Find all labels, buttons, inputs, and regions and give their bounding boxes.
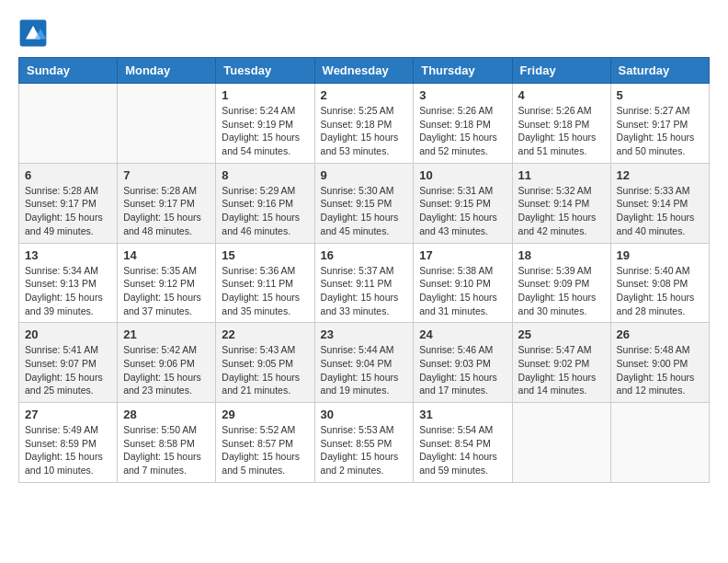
calendar-cell: 29Sunrise: 5:52 AMSunset: 8:57 PMDayligh… xyxy=(216,403,314,483)
day-info: Sunrise: 5:27 AMSunset: 9:17 PMDaylight:… xyxy=(617,104,703,158)
day-info: Sunrise: 5:38 AMSunset: 9:10 PMDaylight:… xyxy=(419,264,506,318)
calendar-cell: 16Sunrise: 5:37 AMSunset: 9:11 PMDayligh… xyxy=(314,243,414,323)
calendar-cell: 15Sunrise: 5:36 AMSunset: 9:11 PMDayligh… xyxy=(216,243,314,323)
calendar-cell xyxy=(512,403,610,483)
day-info: Sunrise: 5:32 AMSunset: 9:14 PMDaylight:… xyxy=(518,184,605,238)
day-number: 21 xyxy=(123,327,210,341)
day-number: 9 xyxy=(321,168,408,182)
weekday-header-tuesday: Tuesday xyxy=(216,58,314,84)
day-info: Sunrise: 5:26 AMSunset: 9:18 PMDaylight:… xyxy=(419,104,506,158)
calendar-cell xyxy=(19,84,118,164)
calendar-cell: 22Sunrise: 5:43 AMSunset: 9:05 PMDayligh… xyxy=(216,323,314,403)
day-info: Sunrise: 5:47 AMSunset: 9:02 PMDaylight:… xyxy=(518,343,605,397)
day-number: 1 xyxy=(222,88,308,102)
day-info: Sunrise: 5:33 AMSunset: 9:14 PMDaylight:… xyxy=(617,184,703,238)
calendar-cell: 3Sunrise: 5:26 AMSunset: 9:18 PMDaylight… xyxy=(414,84,512,164)
day-info: Sunrise: 5:30 AMSunset: 9:15 PMDaylight:… xyxy=(321,184,408,238)
day-info: Sunrise: 5:53 AMSunset: 8:55 PMDaylight:… xyxy=(321,423,408,477)
day-info: Sunrise: 5:26 AMSunset: 9:18 PMDaylight:… xyxy=(518,104,605,158)
day-number: 15 xyxy=(222,248,308,262)
weekday-header-row: SundayMondayTuesdayWednesdayThursdayFrid… xyxy=(19,58,710,84)
calendar-cell: 20Sunrise: 5:41 AMSunset: 9:07 PMDayligh… xyxy=(19,323,118,403)
day-info: Sunrise: 5:34 AMSunset: 9:13 PMDaylight:… xyxy=(25,264,111,318)
calendar-cell: 8Sunrise: 5:29 AMSunset: 9:16 PMDaylight… xyxy=(216,163,314,243)
day-info: Sunrise: 5:54 AMSunset: 8:54 PMDaylight:… xyxy=(419,423,506,477)
calendar-cell: 21Sunrise: 5:42 AMSunset: 9:06 PMDayligh… xyxy=(118,323,216,403)
calendar-week-row: 1Sunrise: 5:24 AMSunset: 9:19 PMDaylight… xyxy=(19,84,710,164)
calendar-cell: 13Sunrise: 5:34 AMSunset: 9:13 PMDayligh… xyxy=(19,243,118,323)
calendar-week-row: 13Sunrise: 5:34 AMSunset: 9:13 PMDayligh… xyxy=(19,243,710,323)
weekday-header-saturday: Saturday xyxy=(610,58,709,84)
calendar-cell: 23Sunrise: 5:44 AMSunset: 9:04 PMDayligh… xyxy=(314,323,414,403)
weekday-header-thursday: Thursday xyxy=(414,58,512,84)
calendar-cell: 27Sunrise: 5:49 AMSunset: 8:59 PMDayligh… xyxy=(19,403,118,483)
day-info: Sunrise: 5:41 AMSunset: 9:07 PMDaylight:… xyxy=(25,343,111,397)
day-number: 11 xyxy=(518,168,605,182)
calendar-cell: 11Sunrise: 5:32 AMSunset: 9:14 PMDayligh… xyxy=(512,163,610,243)
day-info: Sunrise: 5:35 AMSunset: 9:12 PMDaylight:… xyxy=(123,264,210,318)
day-info: Sunrise: 5:29 AMSunset: 9:16 PMDaylight:… xyxy=(222,184,308,238)
day-number: 27 xyxy=(25,408,111,421)
calendar-cell: 2Sunrise: 5:25 AMSunset: 9:18 PMDaylight… xyxy=(314,84,414,164)
day-info: Sunrise: 5:46 AMSunset: 9:03 PMDaylight:… xyxy=(419,343,506,397)
calendar-table: SundayMondayTuesdayWednesdayThursdayFrid… xyxy=(18,57,710,483)
day-number: 8 xyxy=(222,168,308,182)
day-number: 28 xyxy=(123,408,210,421)
calendar-cell: 19Sunrise: 5:40 AMSunset: 9:08 PMDayligh… xyxy=(610,243,709,323)
day-info: Sunrise: 5:48 AMSunset: 9:00 PMDaylight:… xyxy=(617,343,703,397)
day-info: Sunrise: 5:52 AMSunset: 8:57 PMDaylight:… xyxy=(222,423,308,477)
calendar-cell: 24Sunrise: 5:46 AMSunset: 9:03 PMDayligh… xyxy=(414,323,512,403)
calendar-cell: 6Sunrise: 5:28 AMSunset: 9:17 PMDaylight… xyxy=(19,163,118,243)
calendar-cell: 17Sunrise: 5:38 AMSunset: 9:10 PMDayligh… xyxy=(414,243,512,323)
day-info: Sunrise: 5:31 AMSunset: 9:15 PMDaylight:… xyxy=(419,184,506,238)
day-number: 24 xyxy=(419,327,506,341)
day-info: Sunrise: 5:50 AMSunset: 8:58 PMDaylight:… xyxy=(123,423,210,477)
day-number: 30 xyxy=(321,408,408,421)
day-number: 10 xyxy=(419,168,506,182)
day-info: Sunrise: 5:40 AMSunset: 9:08 PMDaylight:… xyxy=(617,264,703,318)
calendar-week-row: 6Sunrise: 5:28 AMSunset: 9:17 PMDaylight… xyxy=(19,163,710,243)
calendar-cell: 10Sunrise: 5:31 AMSunset: 9:15 PMDayligh… xyxy=(414,163,512,243)
calendar-cell: 25Sunrise: 5:47 AMSunset: 9:02 PMDayligh… xyxy=(512,323,610,403)
day-number: 26 xyxy=(617,327,703,341)
day-number: 3 xyxy=(419,88,506,102)
weekday-header-sunday: Sunday xyxy=(19,58,118,84)
calendar-cell: 30Sunrise: 5:53 AMSunset: 8:55 PMDayligh… xyxy=(314,403,414,483)
calendar-cell: 31Sunrise: 5:54 AMSunset: 8:54 PMDayligh… xyxy=(414,403,512,483)
calendar-cell xyxy=(118,84,216,164)
calendar-cell: 7Sunrise: 5:28 AMSunset: 9:17 PMDaylight… xyxy=(118,163,216,243)
logo xyxy=(18,18,51,48)
day-number: 7 xyxy=(123,168,210,182)
day-number: 13 xyxy=(25,248,111,262)
day-info: Sunrise: 5:44 AMSunset: 9:04 PMDaylight:… xyxy=(321,343,408,397)
page-header xyxy=(18,18,710,48)
day-info: Sunrise: 5:25 AMSunset: 9:18 PMDaylight:… xyxy=(321,104,408,158)
day-number: 14 xyxy=(123,248,210,262)
weekday-header-wednesday: Wednesday xyxy=(314,58,414,84)
day-number: 31 xyxy=(419,408,506,421)
calendar-cell: 1Sunrise: 5:24 AMSunset: 9:19 PMDaylight… xyxy=(216,84,314,164)
day-info: Sunrise: 5:36 AMSunset: 9:11 PMDaylight:… xyxy=(222,264,308,318)
calendar-cell: 18Sunrise: 5:39 AMSunset: 9:09 PMDayligh… xyxy=(512,243,610,323)
day-number: 25 xyxy=(518,327,605,341)
day-number: 16 xyxy=(321,248,408,262)
day-info: Sunrise: 5:42 AMSunset: 9:06 PMDaylight:… xyxy=(123,343,210,397)
calendar-cell: 9Sunrise: 5:30 AMSunset: 9:15 PMDaylight… xyxy=(314,163,414,243)
day-number: 12 xyxy=(617,168,703,182)
day-number: 18 xyxy=(518,248,605,262)
day-info: Sunrise: 5:28 AMSunset: 9:17 PMDaylight:… xyxy=(123,184,210,238)
day-number: 29 xyxy=(222,408,308,421)
day-number: 17 xyxy=(419,248,506,262)
day-number: 23 xyxy=(321,327,408,341)
day-info: Sunrise: 5:39 AMSunset: 9:09 PMDaylight:… xyxy=(518,264,605,318)
day-info: Sunrise: 5:24 AMSunset: 9:19 PMDaylight:… xyxy=(222,104,308,158)
weekday-header-friday: Friday xyxy=(512,58,610,84)
calendar-cell: 4Sunrise: 5:26 AMSunset: 9:18 PMDaylight… xyxy=(512,84,610,164)
calendar-cell: 26Sunrise: 5:48 AMSunset: 9:00 PMDayligh… xyxy=(610,323,709,403)
calendar-week-row: 27Sunrise: 5:49 AMSunset: 8:59 PMDayligh… xyxy=(19,403,710,483)
day-number: 2 xyxy=(321,88,408,102)
day-number: 22 xyxy=(222,327,308,341)
logo-icon xyxy=(18,18,48,48)
day-number: 20 xyxy=(25,327,111,341)
calendar-cell: 5Sunrise: 5:27 AMSunset: 9:17 PMDaylight… xyxy=(610,84,709,164)
